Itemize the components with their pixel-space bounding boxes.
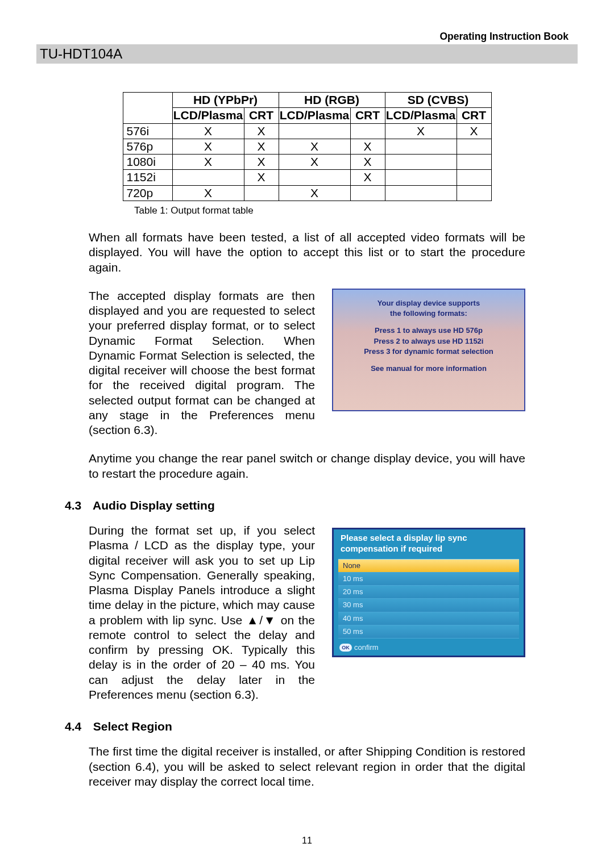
model-title: TU-HDT104A: [36, 44, 578, 64]
osd-formats-line3: Press 3 for dynamic format selection: [333, 347, 524, 356]
osd-formats-screenshot: Your display device supports the followi…: [332, 289, 525, 411]
table-row: 1152i X X: [123, 170, 491, 185]
page-number: 11: [0, 835, 614, 846]
ok-icon: OK: [339, 644, 352, 652]
subcol-lcd-3: LCD/Plasma: [385, 108, 457, 123]
paragraph-audio-display: During the format set up, if you select …: [89, 523, 315, 702]
osd-lipsync-option: 20 ms: [338, 586, 519, 599]
osd-lipsync-option: 10 ms: [338, 573, 519, 586]
paragraph-after-table: When all formats have been tested, a lis…: [89, 230, 525, 275]
subcol-crt-1: CRT: [244, 108, 279, 123]
osd-formats-footer: See manual for more information: [333, 364, 524, 373]
table-caption: Table 1: Output format table: [134, 205, 525, 216]
subcol-lcd-2: LCD/Plasma: [279, 108, 350, 123]
table-row: 1080i X X X X: [123, 155, 491, 170]
paragraph-accepted-formats: The accepted display formats are then di…: [89, 289, 315, 438]
subcol-lcd-1: LCD/Plasma: [172, 108, 244, 123]
section-4-4-title: Select Region: [93, 720, 172, 733]
paragraph-restart-note: Anytime you change the rear panel switch…: [89, 451, 525, 481]
header-book-label: Operating Instruction Book: [439, 31, 569, 43]
section-4-3-number: 4.3: [65, 498, 90, 513]
osd-formats-title1: Your display device supports: [333, 299, 524, 308]
section-4-3-heading: 4.3 Audio Display setting: [65, 498, 525, 513]
osd-lipsync-confirm-label: confirm: [354, 643, 379, 652]
subcol-crt-3: CRT: [457, 108, 491, 123]
osd-lipsync-option: 50 ms: [338, 625, 519, 639]
osd-lipsync-option: None: [338, 560, 519, 573]
osd-lipsync-option: 40 ms: [338, 612, 519, 625]
osd-formats-title2: the following formats:: [333, 309, 524, 318]
table-row: 576p X X X X: [123, 139, 491, 154]
col-group-ypbpr: HD (YPbPr): [172, 93, 279, 108]
osd-lipsync-options: None 10 ms 20 ms 30 ms 40 ms 50 ms: [338, 559, 519, 639]
section-4-4-number: 4.4: [65, 719, 90, 734]
osd-formats-line1: Press 1 to always use HD 576p: [333, 326, 524, 335]
section-4-4-heading: 4.4 Select Region: [65, 719, 525, 734]
paragraph-select-region: The first time the digital receiver is i…: [89, 744, 525, 789]
osd-lipsync-option: 30 ms: [338, 599, 519, 612]
output-format-table: HD (YPbPr) HD (RGB) SD (CVBS) LCD/Plasma…: [123, 92, 492, 201]
osd-lipsync-screenshot: Please select a display lip sync compens…: [332, 528, 525, 657]
table-row: 720p X X: [123, 185, 491, 201]
table-row: 576i X X X X: [123, 123, 491, 139]
subcol-crt-2: CRT: [350, 108, 385, 123]
col-group-rgb: HD (RGB): [279, 93, 385, 108]
osd-formats-line2: Press 2 to always use HD 1152i: [333, 337, 524, 346]
osd-lipsync-prompt: Please select a display lip sync compens…: [338, 533, 519, 557]
col-group-cvbs: SD (CVBS): [385, 93, 491, 108]
section-4-3-title: Audio Display setting: [93, 499, 215, 512]
